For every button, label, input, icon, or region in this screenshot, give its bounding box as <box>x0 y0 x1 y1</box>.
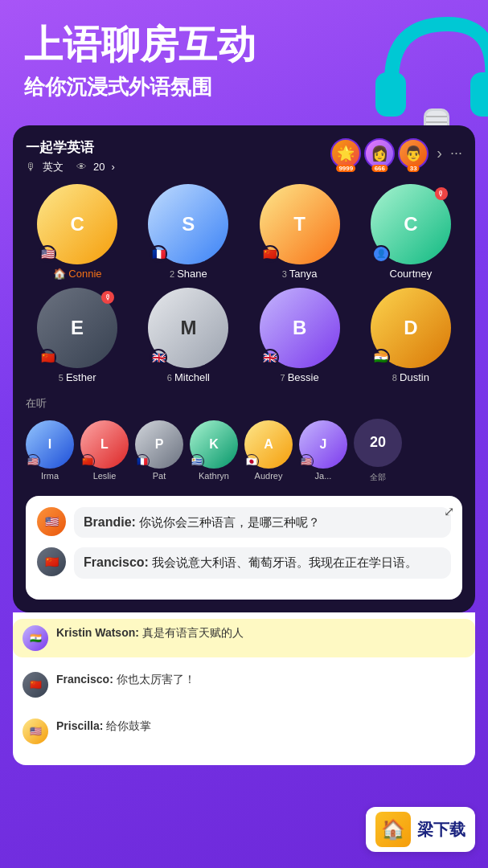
listener-name-audrey: Audrey <box>255 471 283 481</box>
crown-icon: 🏠 <box>53 268 66 280</box>
flag-us: 🇺🇸 <box>39 245 56 263</box>
bottom-msg-kristin: 🇮🇳 Kristin Watson: 真是有语言天赋的人 <box>13 619 475 657</box>
listener-leslie[interactable]: L 🇨🇳 Leslie <box>80 420 129 481</box>
speakers-grid: C 🇺🇸 🏠 Connie S 🇫🇷 2 Shane T <box>26 184 462 383</box>
priscilla-avatar: 🇺🇸 <box>23 719 48 744</box>
host-badge-1: 9999 <box>336 165 355 172</box>
brandie-sender: Brandie: <box>84 515 139 529</box>
flag-gb-bessie: 🇬🇧 <box>261 349 279 366</box>
card-meta: 🎙 英文 👁 20 › <box>26 160 115 174</box>
francisco-text: 我会说意大利语、葡萄牙语。我现在正在学日语。 <box>152 555 417 569</box>
listener-name-pat: Pat <box>153 471 166 481</box>
francisco-sender: Francisco: <box>84 555 152 569</box>
viewers-more[interactable]: › <box>111 161 114 173</box>
speaker-name-esther: 5 Esther <box>59 371 96 383</box>
card-title-area: 一起学英语 🎙 英文 👁 20 › <box>26 138 115 174</box>
host-avatar-3: 👨 33 <box>398 138 429 169</box>
hero-section: 上语聊房互动 给你沉浸式外语氛围 <box>0 0 488 109</box>
priscilla-sender: Priscilla: <box>56 719 106 732</box>
header-right: 🌟 9999 👩 666 👨 33 › ··· <box>330 138 462 169</box>
language-label: 英文 <box>43 160 64 174</box>
speaker-name-dustin: 8 Dustin <box>392 371 429 383</box>
kristin-avatar: 🇮🇳 <box>23 625 48 651</box>
speaker-bessie[interactable]: B 🇬🇧 7 Bessie <box>248 288 351 383</box>
listener-pat[interactable]: P 🇫🇷 Pat <box>135 420 183 481</box>
listeners-label: 在听 <box>26 396 462 411</box>
svg-rect-0 <box>375 72 406 117</box>
brandie-bubble: Brandie: 你说你会三种语言，是哪三种呢？ <box>74 507 451 538</box>
host-badge-3: 33 <box>408 165 420 172</box>
flag-uy-kathryn: 🇺🇾 <box>190 454 204 469</box>
flag-cn-leslie: 🇨🇳 <box>80 454 95 469</box>
bottom-chat-area: 🇮🇳 Kristin Watson: 真是有语言天赋的人 🇨🇳 Francisc… <box>13 612 475 765</box>
mic-icon: 🎙 <box>26 161 36 173</box>
speaker-name-bessie: 7 Bessie <box>281 371 319 383</box>
kristin-text: Kristin Watson: 真是有语言天赋的人 <box>56 625 244 641</box>
main-card: 一起学英语 🎙 英文 👁 20 › 🌟 9999 👩 <box>13 125 475 612</box>
host-avatar-2: 👩 666 <box>364 138 395 169</box>
listeners-row: I 🇺🇸 Irma L 🇨🇳 Leslie P 🇫🇷 Pat <box>26 419 462 483</box>
speaker-name-mitchell: 6 Mitchell <box>167 371 210 383</box>
listener-ja[interactable]: J 🇺🇸 Ja... <box>299 420 347 481</box>
speaker-name-courtney: Courtney <box>390 268 433 280</box>
listener-irma[interactable]: I 🇺🇸 Irma <box>26 420 74 481</box>
eye-icon: 👁 <box>76 161 87 173</box>
brandie-avatar: 🇺🇸 <box>37 507 66 536</box>
ellipsis-button[interactable]: ··· <box>450 145 462 162</box>
listener-name-kathryn: Kathryn <box>199 471 229 481</box>
room-title: 一起学英语 <box>26 138 115 157</box>
speaker-name-connie: 🏠 Connie <box>53 268 102 280</box>
francisco-bubble: Francisco: 我会说意大利语、葡萄牙语。我现在正在学日语。 <box>74 547 451 579</box>
chat-section: ⤢ 🇺🇸 Brandie: 你说你会三种语言，是哪三种呢？ 🇨🇳 Francis… <box>26 496 462 600</box>
flag-cn-esther: 🇨🇳 <box>39 349 56 366</box>
bottom-msg-francisco2: 🇨🇳 Francisco: 你也太厉害了！ <box>13 665 475 704</box>
flag-in-dustin: 🇮🇳 <box>372 349 390 366</box>
mic-muted-courtney: 🎙 <box>435 187 448 200</box>
speaker-tanya[interactable]: T 🇨🇳 3 Tanya <box>248 184 351 280</box>
speaker-name-tanya: 3 Tanya <box>282 268 318 280</box>
user-icon-courtney: 👤 <box>372 245 390 263</box>
speaker-name-shane: 2 Shane <box>170 268 207 280</box>
brandie-text: 你说你会三种语言，是哪三种呢？ <box>139 515 320 529</box>
chat-message-brandie: 🇺🇸 Brandie: 你说你会三种语言，是哪三种呢？ <box>37 507 451 538</box>
flag-us-ja: 🇺🇸 <box>299 454 314 469</box>
speaker-mitchell[interactable]: M 🇬🇧 6 Mitchell <box>137 288 240 383</box>
kristin-sender: Kristin Watson: <box>56 626 142 639</box>
mic-muted-esther: 🎙 <box>101 291 114 304</box>
host-avatars: 🌟 9999 👩 666 👨 33 <box>330 138 429 169</box>
listener-name-irma: Irma <box>41 471 59 481</box>
expand-icon[interactable]: ⤢ <box>444 504 454 519</box>
listener-name-ja: Ja... <box>315 471 332 481</box>
all-listeners-label: 全部 <box>370 472 386 483</box>
speaker-courtney[interactable]: C 🎙 👤 Courtney <box>359 184 462 280</box>
svg-rect-1 <box>470 72 488 117</box>
chat-message-francisco: 🇨🇳 Francisco: 我会说意大利语、葡萄牙语。我现在正在学日语。 <box>37 547 451 579</box>
host-badge-2: 666 <box>372 165 388 172</box>
flag-jp-audrey: 🇯🇵 <box>244 454 259 469</box>
more-hosts-button[interactable]: › <box>433 144 445 162</box>
listener-name-leslie: Leslie <box>93 471 117 481</box>
francisco2-avatar: 🇨🇳 <box>23 672 48 698</box>
flag-gb-mitchell: 🇬🇧 <box>150 349 167 366</box>
watermark: 🏠 梁下载 <box>366 807 475 852</box>
flag-fr: 🇫🇷 <box>150 245 167 263</box>
card-header: 一起学英语 🎙 英文 👁 20 › 🌟 9999 👩 <box>26 138 462 174</box>
flag-fr-pat: 🇫🇷 <box>135 454 150 469</box>
watermark-text: 梁下载 <box>417 819 465 841</box>
speaker-shane[interactable]: S 🇫🇷 2 Shane <box>137 184 240 280</box>
francisco2-sender: Francisco: <box>56 673 117 686</box>
viewers-count: 20 <box>93 161 105 173</box>
francisco-avatar: 🇨🇳 <box>37 547 66 576</box>
more-listeners-button[interactable]: 20 <box>354 419 402 467</box>
flag-us-irma: 🇺🇸 <box>26 454 40 469</box>
listener-kathryn[interactable]: K 🇺🇾 Kathryn <box>190 420 238 481</box>
listener-audrey[interactable]: A 🇯🇵 Audrey <box>244 420 293 481</box>
speaker-connie[interactable]: C 🇺🇸 🏠 Connie <box>26 184 129 280</box>
bottom-msg-priscilla: 🇺🇸 Priscilla: 给你鼓掌 <box>13 712 475 751</box>
speaker-dustin[interactable]: D 🇮🇳 8 Dustin <box>359 288 462 383</box>
watermark-logo: 🏠 <box>375 812 411 847</box>
host-avatar-1: 🌟 9999 <box>330 138 361 169</box>
francisco2-text: Francisco: 你也太厉害了！ <box>56 672 195 688</box>
priscilla-text: Priscilla: 给你鼓掌 <box>56 719 151 735</box>
speaker-esther[interactable]: E 🇨🇳 🎙 5 Esther <box>26 288 129 383</box>
